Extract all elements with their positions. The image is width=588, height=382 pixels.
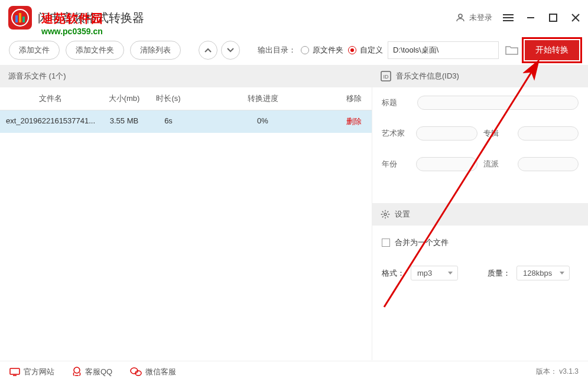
chevron-up-icon bbox=[204, 48, 212, 53]
svg-point-15 bbox=[384, 213, 386, 216]
table-row[interactable]: ext_2019622161537741... 3.55 MB 6s 0% 删除 bbox=[0, 110, 372, 133]
year-field[interactable] bbox=[416, 157, 477, 171]
output-path-input[interactable] bbox=[388, 41, 499, 59]
cell-duration: 6s bbox=[148, 110, 189, 133]
app-title: 闪电音频格式转换器 bbox=[38, 10, 455, 26]
genre-field[interactable] bbox=[518, 157, 579, 171]
app-logo bbox=[7, 5, 33, 31]
id-icon: ID bbox=[381, 71, 391, 81]
col-progress: 转换进度 bbox=[189, 87, 336, 110]
qq-text: 客服QQ bbox=[85, 367, 112, 377]
table-header: 文件名 大小(mb) 时长(s) 转换进度 移除 bbox=[0, 87, 372, 110]
output-label: 输出目录： bbox=[258, 45, 296, 55]
merge-label: 合并为一个文件 bbox=[395, 237, 449, 248]
delete-button[interactable]: 删除 bbox=[346, 117, 362, 126]
col-size: 大小(mb) bbox=[100, 87, 148, 110]
clear-list-button[interactable]: 清除列表 bbox=[130, 41, 181, 60]
cell-filename: ext_2019622161537741... bbox=[0, 110, 100, 133]
login-text: 未登录 bbox=[469, 12, 492, 23]
gear-icon bbox=[381, 210, 390, 219]
radio-custom-label: 自定义 bbox=[360, 45, 383, 55]
wechat-text: 微信客服 bbox=[145, 367, 176, 377]
maximize-button[interactable] bbox=[548, 12, 558, 23]
format-label: 格式： bbox=[382, 268, 405, 279]
maximize-icon bbox=[549, 14, 557, 22]
browse-folder-button[interactable] bbox=[503, 45, 520, 55]
menu-icon bbox=[503, 14, 514, 22]
col-remove: 移除 bbox=[336, 87, 372, 110]
album-label: 专辑 bbox=[483, 128, 513, 139]
close-icon bbox=[571, 14, 580, 22]
move-up-button[interactable] bbox=[199, 41, 217, 60]
cell-progress: 0% bbox=[189, 110, 336, 133]
qq-support-link[interactable]: 客服QQ bbox=[72, 367, 112, 377]
title-label: 标题 bbox=[382, 97, 411, 108]
login-button[interactable]: 未登录 bbox=[455, 12, 492, 23]
file-list-header: 源音乐文件 (1个) bbox=[0, 65, 372, 87]
svg-rect-3 bbox=[19, 13, 21, 22]
checkbox-icon bbox=[382, 239, 390, 247]
quality-label: 质量： bbox=[488, 268, 511, 279]
svg-rect-2 bbox=[15, 15, 18, 22]
format-select[interactable]: mp3 bbox=[411, 266, 458, 280]
svg-rect-4 bbox=[22, 17, 25, 22]
col-name: 文件名 bbox=[0, 87, 100, 110]
album-field[interactable] bbox=[518, 126, 579, 141]
id3-header-text: 音乐文件信息(ID3) bbox=[396, 71, 459, 81]
user-icon bbox=[455, 12, 466, 23]
artist-label: 艺术家 bbox=[382, 128, 411, 139]
radio-original-label: 原文件夹 bbox=[313, 45, 343, 55]
radio-custom-folder[interactable]: 自定义 bbox=[348, 45, 383, 55]
chevron-down-icon bbox=[227, 48, 234, 53]
wechat-support-link[interactable]: 微信客服 bbox=[130, 367, 176, 377]
folder-icon bbox=[505, 45, 518, 55]
menu-button[interactable] bbox=[503, 12, 514, 23]
artist-field[interactable] bbox=[416, 126, 477, 141]
id3-header: ID 音乐文件信息(ID3) bbox=[372, 65, 588, 87]
radio-original-folder[interactable]: 原文件夹 bbox=[301, 45, 343, 55]
svg-rect-17 bbox=[10, 368, 20, 374]
move-down-button[interactable] bbox=[221, 41, 240, 60]
svg-rect-10 bbox=[550, 14, 557, 21]
year-label: 年份 bbox=[382, 159, 411, 169]
radio-icon bbox=[301, 46, 309, 54]
svg-point-5 bbox=[459, 14, 462, 18]
radio-icon bbox=[348, 46, 356, 54]
add-folder-button[interactable]: 添加文件夹 bbox=[66, 41, 124, 60]
start-convert-button[interactable]: 开始转换 bbox=[525, 40, 579, 60]
official-website-link[interactable]: 官方网站 bbox=[9, 367, 54, 377]
add-file-button[interactable]: 添加文件 bbox=[9, 41, 60, 60]
minimize-icon bbox=[526, 13, 535, 22]
quality-select[interactable]: 128kbps bbox=[516, 266, 570, 280]
genre-label: 流派 bbox=[483, 159, 513, 169]
title-field[interactable] bbox=[417, 96, 579, 110]
settings-header-text: 设置 bbox=[395, 209, 410, 220]
cell-size: 3.55 MB bbox=[100, 110, 148, 133]
version-text: 版本： v3.1.3 bbox=[536, 367, 579, 377]
qq-icon bbox=[72, 367, 82, 377]
minimize-button[interactable] bbox=[525, 12, 536, 23]
settings-header: 设置 bbox=[372, 203, 588, 226]
wechat-icon bbox=[130, 367, 142, 377]
svg-point-19 bbox=[74, 367, 80, 373]
website-text: 官方网站 bbox=[24, 367, 54, 377]
svg-text:ID: ID bbox=[384, 74, 389, 80]
merge-checkbox-row[interactable]: 合并为一个文件 bbox=[372, 226, 588, 260]
monitor-icon bbox=[9, 368, 20, 376]
col-duration: 时长(s) bbox=[148, 87, 189, 110]
close-button[interactable] bbox=[570, 12, 581, 23]
